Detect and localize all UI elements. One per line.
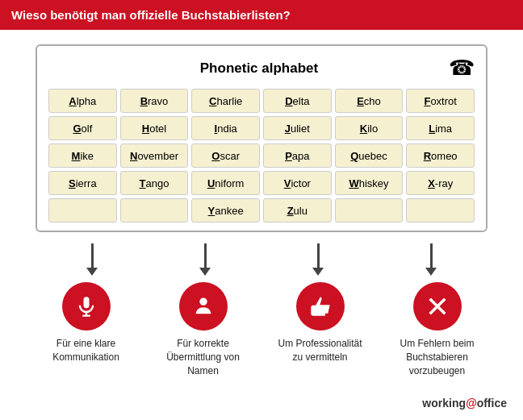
cell-first-letter: P — [285, 150, 292, 162]
cell-first-letter: K — [360, 123, 367, 135]
cell-rest: -ray — [435, 177, 453, 189]
cell-rest: hiskey — [359, 177, 389, 189]
phonetic-title: Phonetic alphabet — [76, 60, 442, 77]
cell-rest: lpha — [77, 95, 97, 107]
alpha-cell: Mike — [48, 143, 117, 168]
cell-first-letter: N — [130, 150, 137, 162]
alpha-cell: Echo — [335, 89, 404, 113]
arrow-head — [199, 268, 211, 276]
cell-first-letter: O — [211, 150, 220, 162]
cell-first-letter: L — [429, 123, 435, 135]
icon-label: Für eine klare Kommunikation — [38, 337, 135, 364]
alpha-cell — [120, 198, 189, 222]
cell-rest: ictor — [291, 177, 311, 189]
cell-rest: niform — [215, 177, 244, 189]
page-header: Wieso benötigt man offizielle Buchstabie… — [0, 0, 523, 30]
arrow-line — [317, 243, 320, 268]
icon-item: Für korrekte Übermittlung von Namen — [155, 282, 252, 377]
alpha-cell — [335, 198, 404, 222]
alpha-cell: Alpha — [48, 89, 117, 113]
cell-rest: olf — [82, 123, 93, 135]
cell-first-letter: G — [73, 123, 81, 135]
cell-first-letter: R — [424, 150, 431, 162]
cell-rest: ulu — [294, 205, 308, 217]
alpha-cell: Zulu — [263, 198, 332, 222]
cell-first-letter: T — [140, 177, 146, 189]
alpha-cell: Sierra — [48, 171, 117, 195]
arrow-head — [86, 268, 98, 276]
cell-rest: oxtrot — [430, 95, 457, 107]
alpha-cell: Whiskey — [335, 171, 404, 195]
cell-first-letter: X — [428, 177, 435, 189]
cell-first-letter: F — [424, 95, 430, 107]
brand-at: @ — [466, 397, 477, 410]
arrow-line — [430, 243, 433, 268]
header-title: Wieso benötigt man offizielle Buchstabie… — [11, 8, 291, 22]
icon-circle — [62, 282, 111, 331]
cell-first-letter: Y — [208, 205, 215, 217]
cell-first-letter: A — [69, 95, 76, 107]
icon-item: Für eine klare Kommunikation — [38, 282, 135, 377]
cell-rest: otel — [149, 123, 166, 135]
cell-rest: ilo — [367, 123, 378, 135]
alpha-cell: Quebec — [335, 143, 404, 168]
cell-rest: uebec — [358, 150, 387, 162]
alpha-cell: Oscar — [191, 143, 260, 168]
alpha-cell: Hotel — [120, 116, 189, 140]
cell-rest: ierra — [76, 177, 97, 189]
cell-first-letter: C — [209, 95, 216, 107]
cell-first-letter: V — [284, 177, 291, 189]
icon-label: Für korrekte Übermittlung von Namen — [155, 337, 252, 377]
alpha-cell: Papa — [263, 143, 332, 168]
alpha-cell: November — [120, 143, 189, 168]
cell-rest: harlie — [216, 95, 242, 107]
alpha-cell — [406, 198, 475, 222]
alpha-cell: Uniform — [191, 171, 260, 195]
cell-first-letter: B — [140, 95, 148, 107]
arrow-head — [425, 268, 437, 276]
alpha-cell: Victor — [263, 171, 332, 195]
cell-first-letter: J — [285, 123, 291, 135]
alpha-cell: Yankee — [191, 198, 260, 222]
cell-first-letter: Z — [287, 205, 294, 217]
brand-post: office — [477, 397, 507, 410]
cell-first-letter: W — [349, 177, 358, 189]
cell-first-letter: E — [357, 95, 364, 107]
cell-rest: scar — [220, 150, 240, 162]
alpha-cell: Bravo — [120, 89, 189, 113]
icon-circle — [413, 282, 462, 331]
arrow-line — [91, 243, 94, 268]
cell-rest: ovember — [137, 150, 178, 162]
arrow-head — [312, 268, 324, 276]
cell-rest: apa — [292, 150, 310, 162]
alpha-grid: AlphaBravoCharlieDeltaEchoFoxtrotGolfHot… — [48, 89, 475, 222]
alpha-cell: Juliet — [263, 116, 332, 140]
icon-circle — [179, 282, 228, 331]
cell-rest: ango — [146, 177, 169, 189]
alpha-cell: Kilo — [335, 116, 404, 140]
cell-first-letter: H — [142, 123, 149, 135]
icons-row: Für eine klare KommunikationFür korrekte… — [27, 282, 496, 377]
cell-rest: cho — [364, 95, 381, 107]
cell-rest: omeo — [431, 150, 458, 162]
icon-label: Um Fehlern beim Buchstabieren vorzubeuge… — [389, 337, 486, 377]
cell-rest: ima — [435, 123, 452, 135]
icon-circle — [296, 282, 345, 331]
icon-item: Um Professionalität zu vermitteln — [272, 282, 369, 377]
alpha-cell — [48, 198, 117, 222]
alpha-cell: Charlie — [191, 89, 260, 113]
alpha-cell: X-ray — [406, 171, 475, 195]
brand-pre: working — [422, 397, 466, 410]
cell-first-letter: D — [285, 95, 292, 107]
cell-rest: ravo — [148, 95, 168, 107]
alpha-cell: Lima — [406, 116, 475, 140]
cell-rest: uliet — [291, 123, 310, 135]
svg-point-3 — [199, 298, 207, 306]
cell-rest: ankee — [215, 205, 243, 217]
alpha-cell: Golf — [48, 116, 117, 140]
icon-item: Um Fehlern beim Buchstabieren vorzubeuge… — [389, 282, 486, 377]
arrow-4 — [425, 243, 437, 276]
cell-rest: ike — [80, 150, 94, 162]
alpha-cell: Delta — [263, 89, 332, 113]
cell-first-letter: Q — [350, 150, 358, 162]
